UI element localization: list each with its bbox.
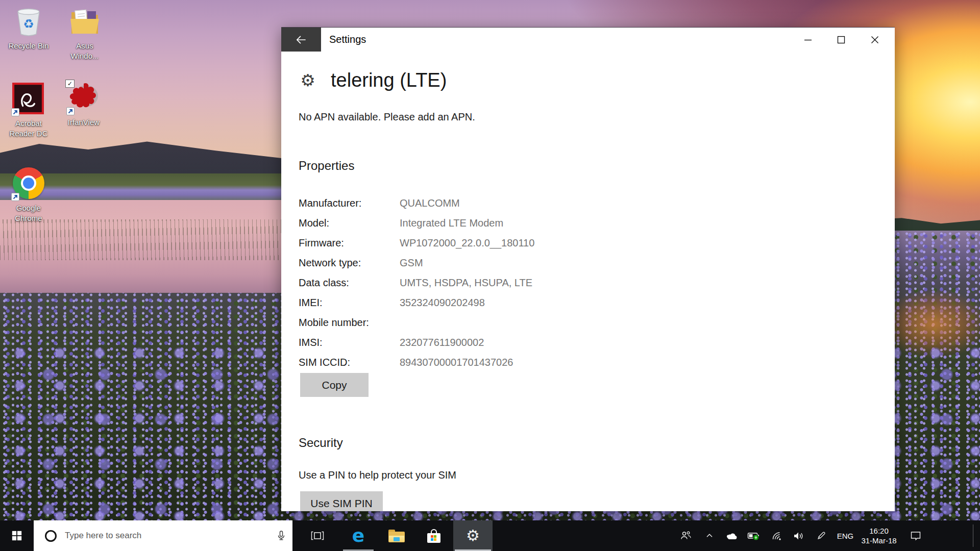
- taskbar-file-explorer-button[interactable]: [382, 520, 411, 551]
- property-value: Integrated LTE Modem: [400, 217, 503, 229]
- shortcut-arrow-icon: [11, 193, 19, 201]
- task-view-button[interactable]: [304, 520, 331, 551]
- property-row: Firmware:WP1072000_22.0.0__180110: [299, 233, 656, 253]
- language-indicator[interactable]: ENG: [833, 520, 857, 551]
- properties-list: Manufacturer:QUALCOMM Model:Integrated L…: [299, 193, 656, 372]
- property-label: Firmware:: [299, 237, 400, 249]
- show-desktop-button[interactable]: [973, 524, 973, 547]
- cortana-icon[interactable]: [45, 530, 57, 542]
- property-label: IMSI:: [299, 337, 400, 348]
- property-row: Model:Integrated LTE Modem: [299, 213, 656, 233]
- taskbar-settings-button[interactable]: ⚙: [453, 520, 493, 551]
- icon-label-line2: Windo...: [70, 52, 99, 60]
- sim-pin-description: Use a PIN to help protect your SIM: [299, 469, 456, 481]
- close-button[interactable]: [859, 28, 891, 52]
- acrobat-icon: [12, 83, 45, 115]
- icon-label-line2: Reader DC: [9, 129, 47, 138]
- windows-logo-icon: [11, 530, 22, 541]
- property-value: WP1072000_22.0.0__180110: [400, 237, 534, 249]
- desktop-icon-irfanview[interactable]: ✓ IrfanView: [59, 82, 108, 128]
- maximize-icon: [835, 34, 847, 46]
- icon-label-line1: Asus: [76, 41, 93, 50]
- property-label: IMEI:: [299, 297, 400, 309]
- volume-icon[interactable]: [788, 520, 808, 551]
- property-row: Network type:GSM: [299, 253, 656, 273]
- taskbar-search[interactable]: [34, 520, 292, 551]
- property-label: Mobile number:: [299, 317, 400, 329]
- chrome-icon: [12, 167, 45, 200]
- close-icon: [869, 34, 881, 46]
- property-row: Mobile number:: [299, 313, 656, 333]
- property-value: UMTS, HSDPA, HSUPA, LTE: [400, 277, 532, 289]
- edge-icon: e: [352, 527, 364, 545]
- desktop-icon-google-chrome[interactable]: Google Chrome: [4, 167, 53, 223]
- settings-window: Settings ⚙ telering (LTE) No APN availab…: [281, 27, 895, 511]
- cellular-signal-icon[interactable]: [767, 520, 787, 551]
- desktop-icon-recycle-bin[interactable]: ♻ Recycle Bin: [4, 5, 53, 51]
- property-row: Data class:UMTS, HSDPA, HSUPA, LTE: [299, 273, 656, 293]
- desktop-icon-acrobat-reader[interactable]: Acrobat Reader DC: [4, 83, 53, 139]
- property-label: Data class:: [299, 277, 400, 289]
- property-value: GSM: [400, 257, 423, 269]
- pen-icon[interactable]: [812, 520, 831, 551]
- onedrive-icon[interactable]: [722, 520, 742, 551]
- properties-heading: Properties: [299, 159, 354, 173]
- action-center-button[interactable]: [904, 520, 927, 551]
- hidden-icons-chevron[interactable]: [700, 520, 719, 551]
- copy-button[interactable]: Copy: [300, 373, 369, 397]
- taskbar-edge-button[interactable]: e: [344, 520, 373, 551]
- people-tray-icon[interactable]: [676, 520, 696, 551]
- taskbar-clock[interactable]: 16:20 31-Mar-18: [860, 520, 898, 551]
- minimize-icon: [802, 34, 814, 46]
- clock-date: 31-Mar-18: [861, 536, 896, 545]
- icon-label: IrfanView: [68, 118, 100, 127]
- back-arrow-icon: [295, 33, 308, 46]
- property-label: Model:: [299, 217, 400, 229]
- svg-text:♻: ♻: [23, 17, 34, 31]
- property-row: IMEI:352324090202498: [299, 293, 656, 313]
- wallpaper-reeds: [0, 219, 299, 260]
- start-button[interactable]: [0, 520, 34, 551]
- use-sim-pin-button[interactable]: Use SIM PIN: [300, 491, 383, 511]
- property-value: 352324090202498: [400, 297, 485, 309]
- property-value: 89430700001701437026: [400, 357, 513, 368]
- microphone-icon[interactable]: [270, 520, 292, 551]
- recycle-bin-icon: ♻: [12, 5, 45, 38]
- maximize-button[interactable]: [825, 28, 857, 52]
- desktop: ♻ Recycle Bin Asus Windo...: [0, 0, 980, 551]
- taskbar: e ⚙: [0, 520, 980, 551]
- page-title: telering (LTE): [331, 69, 447, 91]
- icon-label-line1: Acrobat: [15, 119, 42, 128]
- checkbox-icon: ✓: [65, 80, 75, 88]
- desktop-icon-asus-folder[interactable]: Asus Windo...: [60, 5, 109, 61]
- back-button[interactable]: [281, 28, 321, 52]
- property-label: Manufacturer:: [299, 197, 400, 209]
- icon-label-line1: Google: [16, 204, 41, 212]
- icon-label: Recycle Bin: [8, 41, 48, 50]
- search-input[interactable]: [57, 520, 270, 551]
- file-explorer-icon: [388, 530, 405, 542]
- folder-icon: [68, 5, 101, 38]
- taskbar-store-button[interactable]: [420, 520, 448, 551]
- battery-icon[interactable]: [743, 520, 765, 551]
- security-heading: Security: [299, 436, 343, 450]
- minimize-button[interactable]: [792, 28, 824, 52]
- task-view-icon: [311, 530, 324, 542]
- store-icon: [427, 529, 440, 543]
- window-title: Settings: [329, 28, 366, 52]
- property-row: Manufacturer:QUALCOMM: [299, 193, 656, 213]
- icon-label-line2: Chrome: [15, 214, 42, 222]
- settings-gear-icon: ⚙: [466, 528, 480, 543]
- clock-time: 16:20: [869, 526, 889, 536]
- property-row: IMSI:232077611900002: [299, 333, 656, 353]
- irfanview-icon: ✓: [67, 82, 100, 114]
- property-row: SIM ICCID:89430700001701437026: [299, 353, 656, 372]
- property-value: 232077611900002: [400, 337, 484, 348]
- shortcut-arrow-icon: [11, 108, 19, 116]
- apn-message: No APN available. Please add an APN.: [299, 111, 475, 123]
- cellular-gear-icon: ⚙: [298, 70, 318, 91]
- property-label: SIM ICCID:: [299, 357, 400, 368]
- shortcut-arrow-icon: [66, 107, 75, 115]
- property-value: QUALCOMM: [400, 197, 460, 209]
- property-label: Network type:: [299, 257, 400, 269]
